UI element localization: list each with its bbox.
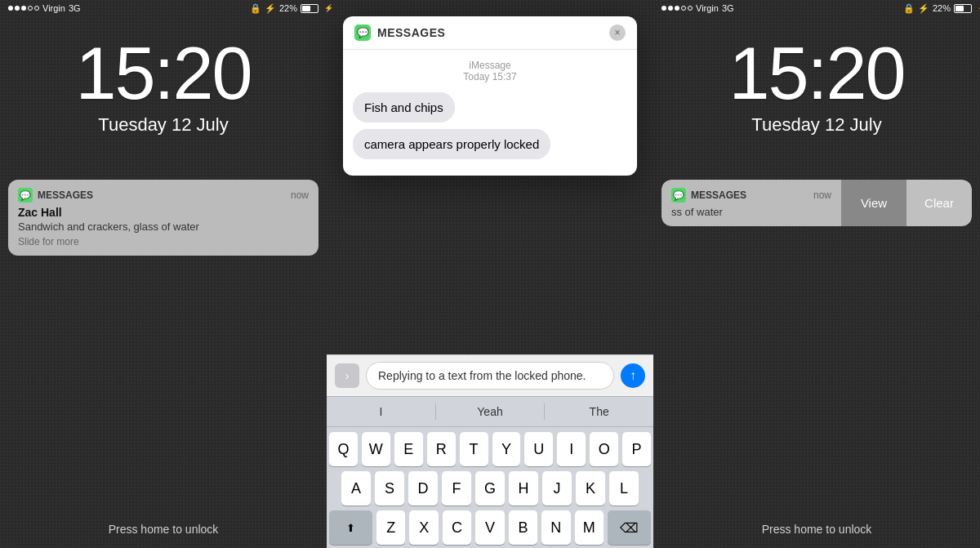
network-label: 3G xyxy=(69,3,81,13)
key-y[interactable]: Y xyxy=(492,432,521,466)
right-time: 15:20 xyxy=(728,37,904,110)
lock-icon: 🔒 xyxy=(250,3,261,14)
right-carrier-label: Virgin xyxy=(696,3,719,13)
key-r[interactable]: R xyxy=(427,432,456,466)
key-t[interactable]: T xyxy=(460,432,488,466)
right-battery-fill xyxy=(956,6,964,11)
imessage-label-text: iMessage xyxy=(353,60,627,71)
battery-percent: 22% xyxy=(279,3,297,13)
notif-app: 💬 MESSAGES xyxy=(18,188,93,203)
popup-close-button[interactable]: × xyxy=(609,25,626,41)
message-bubble-1: Fish and chips xyxy=(353,92,455,123)
notif-header: 💬 MESSAGES now xyxy=(18,188,309,203)
right-messages-app-icon: 💬 xyxy=(671,188,686,203)
key-c[interactable]: C xyxy=(443,510,471,545)
left-notification-banner[interactable]: 💬 MESSAGES now Zac Hall Sandwich and cra… xyxy=(8,180,318,256)
r-dot-3 xyxy=(675,6,679,11)
right-battery-body xyxy=(954,4,972,13)
suggestion-i[interactable]: I xyxy=(327,399,435,425)
popup-title: MESSAGES xyxy=(377,26,609,39)
key-f[interactable]: F xyxy=(442,471,471,506)
right-bluetooth-icon: ⚡ xyxy=(918,3,929,14)
right-notif-app: 💬 MESSAGES xyxy=(671,188,746,203)
dot-4 xyxy=(28,6,33,11)
left-status-left: Virgin 3G xyxy=(8,3,81,13)
left-lockscreen: Virgin 3G 🔒 ⚡ 22% ⚡ 15:20 Tuesday 12 Jul… xyxy=(0,0,327,548)
key-b[interactable]: B xyxy=(509,510,537,545)
send-button[interactable]: ↑ xyxy=(621,363,645,388)
popup-imessage-label: iMessage Today 15:37 xyxy=(343,50,637,92)
notif-sender: Zac Hall xyxy=(18,206,309,219)
key-q[interactable]: Q xyxy=(329,432,358,466)
left-status-right: 🔒 ⚡ 22% ⚡ xyxy=(250,3,318,14)
key-row-1: Q W E R T Y U I O P xyxy=(329,432,651,466)
key-e[interactable]: E xyxy=(394,432,423,466)
key-m[interactable]: M xyxy=(575,510,604,545)
chevron-button[interactable]: › xyxy=(335,363,359,388)
keyboard-rows: Q W E R T Y U I O P A S D F G H J K xyxy=(327,427,653,548)
key-v[interactable]: V xyxy=(475,510,504,545)
key-d[interactable]: D xyxy=(408,471,438,506)
r-dot-5 xyxy=(688,6,693,11)
imessage-time: Today 15:37 xyxy=(353,71,627,82)
key-l[interactable]: L xyxy=(609,471,639,506)
right-network-label: 3G xyxy=(722,3,734,13)
right-notification-area: 💬 MESSAGES now ss of water View Clear xyxy=(662,180,972,226)
right-status-right: 🔒 ⚡ 22% ⚡ xyxy=(903,3,972,14)
right-status-bar: Virgin 3G 🔒 ⚡ 22% ⚡ xyxy=(653,0,980,16)
key-i[interactable]: I xyxy=(557,432,586,466)
left-date: Tuesday 12 July xyxy=(98,114,228,136)
right-date: Tuesday 12 July xyxy=(751,114,881,136)
right-status-left: Virgin 3G xyxy=(662,3,734,13)
popup-header: 💬 MESSAGES × xyxy=(343,16,637,50)
dot-5 xyxy=(34,6,39,11)
r-dot-2 xyxy=(668,6,673,11)
dot-2 xyxy=(15,6,20,11)
notif-swipe-area: 💬 MESSAGES now ss of water View Clear xyxy=(662,180,972,226)
right-battery-percent: 22% xyxy=(933,3,951,13)
battery-body xyxy=(301,4,318,13)
key-a[interactable]: A xyxy=(341,471,371,506)
left-press-home: Press home to unlock xyxy=(109,523,219,536)
key-delete[interactable]: ⌫ xyxy=(608,510,651,545)
view-action-button[interactable]: View xyxy=(841,180,906,226)
key-o[interactable]: O xyxy=(590,432,618,466)
dot-1 xyxy=(8,6,13,11)
key-k[interactable]: K xyxy=(576,471,605,506)
key-row-3: ⬆ Z X C V B N M ⌫ xyxy=(329,510,651,545)
key-h[interactable]: H xyxy=(509,471,538,506)
right-battery-icon: ⚡ xyxy=(954,4,972,13)
key-s[interactable]: S xyxy=(375,471,404,506)
clear-action-button[interactable]: Clear xyxy=(906,180,972,226)
suggestion-the[interactable]: The xyxy=(545,399,653,425)
suggestion-yeah[interactable]: Yeah xyxy=(436,399,545,425)
notif-time: now xyxy=(291,189,309,201)
bluetooth-icon: ⚡ xyxy=(265,3,276,14)
reply-bar: › Replying to a text from the locked pho… xyxy=(327,354,653,396)
reply-input[interactable]: Replying to a text from the locked phone… xyxy=(366,362,614,390)
message-popup: 💬 MESSAGES × iMessage Today 15:37 Fish a… xyxy=(343,16,637,176)
center-panel: 💬 MESSAGES × iMessage Today 15:37 Fish a… xyxy=(327,0,653,548)
key-shift[interactable]: ⬆ xyxy=(329,510,372,545)
key-row-2: A S D F G H J K L xyxy=(329,471,651,506)
notif-slide-hint: Slide for more xyxy=(18,236,309,247)
messages-app-icon: 💬 xyxy=(18,188,33,203)
key-p[interactable]: P xyxy=(622,432,651,466)
key-u[interactable]: U xyxy=(524,432,553,466)
right-notif-main[interactable]: 💬 MESSAGES now ss of water xyxy=(662,180,841,226)
key-x[interactable]: X xyxy=(409,510,438,545)
r-dot-4 xyxy=(681,6,686,11)
right-signal-dots xyxy=(662,6,693,11)
message-bubble-2: camera appears properly locked xyxy=(353,129,550,159)
key-w[interactable]: W xyxy=(362,432,390,466)
dot-3 xyxy=(21,6,26,11)
key-z[interactable]: Z xyxy=(376,510,405,545)
signal-dots xyxy=(8,6,39,11)
key-j[interactable]: J xyxy=(542,471,572,506)
right-lock-icon: 🔒 xyxy=(903,3,915,14)
right-lockscreen: Virgin 3G 🔒 ⚡ 22% ⚡ 15:20 Tuesday 12 Jul… xyxy=(653,0,980,548)
right-notif-time: now xyxy=(813,189,831,201)
key-g[interactable]: G xyxy=(475,471,505,506)
battery-icon: ⚡ xyxy=(301,4,318,13)
key-n[interactable]: N xyxy=(541,510,570,545)
